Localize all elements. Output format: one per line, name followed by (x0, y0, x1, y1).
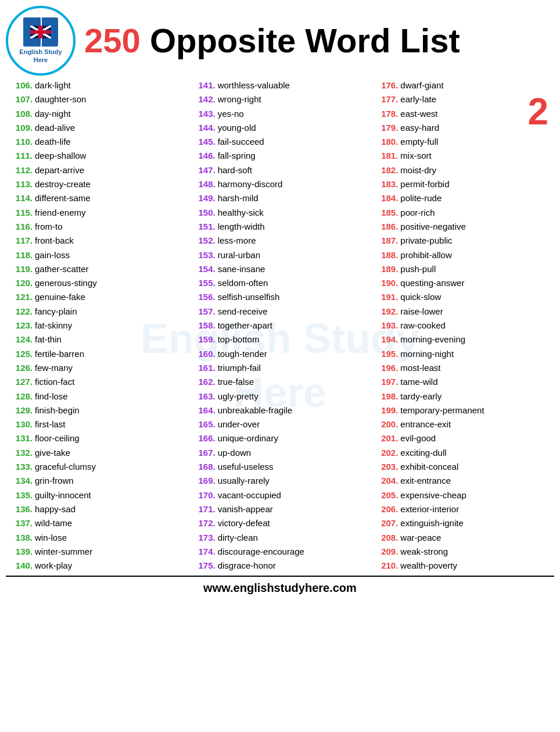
word-pair: gain-loss (35, 248, 70, 262)
word-pair: true-false (218, 375, 254, 389)
list-item: 132.give-take (10, 446, 184, 460)
word-pair: work-play (35, 559, 72, 573)
word-pair: tough-tender (218, 347, 267, 361)
word-pair: discourage-encourage (218, 545, 304, 559)
list-item: 149.harsh-mild (193, 191, 367, 205)
list-item: 120.generous-stingy (10, 276, 184, 290)
list-item: 161.triumph-fail (193, 361, 367, 375)
list-item: 180.empty-full (376, 135, 550, 149)
word-number: 158. (193, 319, 216, 333)
list-item: 178.east-west (376, 107, 550, 121)
word-pair: push-pull (400, 262, 436, 276)
list-item: 208.war-peace (376, 531, 550, 545)
word-pair: war-peace (400, 531, 441, 545)
word-pair: fat-skinny (35, 319, 72, 333)
list-item: 152.less-more (193, 234, 367, 248)
list-item: 137.wild-tame (10, 516, 184, 530)
word-pair: front-back (35, 234, 74, 248)
list-item: 106.dark-light (10, 78, 184, 92)
word-pair: permit-forbid (400, 177, 449, 191)
list-item: 183.permit-forbid (376, 177, 550, 191)
word-number: 152. (193, 234, 216, 248)
list-item: 124.fat-thin (10, 333, 184, 347)
word-pair: exhibit-conceal (400, 460, 458, 474)
word-pair: from-to (35, 220, 63, 234)
word-number: 160. (193, 347, 216, 361)
word-pair: healthy-sick (218, 206, 264, 220)
word-pair: under-over (218, 417, 260, 431)
word-number: 161. (193, 361, 216, 375)
list-item: 190.questing-answer (376, 276, 550, 290)
word-number: 144. (193, 121, 216, 135)
word-pair: wrong-right (218, 92, 261, 106)
word-pair: top-bottom (218, 333, 260, 347)
word-number: 168. (193, 460, 216, 474)
word-pair: triumph-fail (218, 361, 261, 375)
word-pair: evil-good (400, 431, 436, 445)
word-number: 138. (10, 531, 33, 545)
list-item: 164.unbreakable-fragile (193, 404, 367, 417)
list-item: 154.sane-insane (193, 262, 367, 276)
list-item: 198.tardy-early (376, 390, 550, 404)
word-number: 136. (10, 502, 33, 516)
word-pair: wealth-poverty (400, 559, 457, 573)
word-number: 151. (193, 220, 216, 234)
word-pair: usually-rarely (218, 474, 270, 488)
list-item: 146.fall-spring (193, 149, 367, 163)
list-item: 167.up-down (193, 446, 367, 460)
list-item: 150.healthy-sick (193, 206, 367, 220)
list-item: 134.grin-frown (10, 474, 184, 488)
word-pair: different-same (35, 191, 91, 205)
list-item: 189.push-pull (376, 262, 550, 276)
list-item: 107.daughter-son (10, 92, 184, 106)
header: English Study Here 250 Opposite Word Lis… (0, 0, 560, 78)
list-item: 169.usually-rarely (193, 474, 367, 488)
word-pair: early-late (400, 92, 436, 106)
word-number: 187. (376, 234, 398, 248)
word-pair: disgrace-honor (218, 559, 276, 573)
list-item: 111.deep-shallow (10, 149, 184, 163)
list-item: 110.death-life (10, 135, 184, 149)
title-area: 250 Opposite Word List (84, 24, 548, 58)
word-number: 109. (10, 121, 33, 135)
list-item: 135.guilty-innocent (10, 488, 184, 502)
word-number: 170. (193, 488, 216, 502)
word-number: 188. (376, 248, 398, 262)
word-number: 113. (10, 177, 33, 191)
word-pair: exterior-interior (400, 502, 459, 516)
list-item: 140.work-play (10, 559, 184, 573)
list-item: 168.useful-useless (193, 460, 367, 474)
word-pair: quick-slow (400, 290, 441, 304)
list-item: 193.raw-cooked (376, 319, 550, 333)
list-item: 141.worthless-valuable (193, 78, 367, 92)
list-item: 119.gather-scatter (10, 262, 184, 276)
word-pair: vacant-occupied (218, 488, 281, 502)
word-pair: fail-succeed (218, 135, 264, 149)
word-pair: exciting-dull (400, 446, 446, 460)
word-number: 110. (10, 135, 33, 149)
word-number: 122. (10, 305, 33, 319)
word-pair: morning-evening (400, 333, 465, 347)
word-number: 130. (10, 417, 33, 431)
word-pair: death-life (35, 135, 71, 149)
word-pair: fat-thin (35, 333, 62, 347)
list-item: 118.gain-loss (10, 248, 184, 262)
word-number: 118. (10, 248, 33, 262)
word-number: 119. (10, 262, 33, 276)
word-number: 191. (376, 290, 398, 304)
word-pair: empty-full (400, 135, 438, 149)
word-pair: unbreakable-fragile (218, 404, 292, 417)
word-number: 150. (193, 206, 216, 220)
list-item: 162.true-false (193, 375, 367, 389)
list-item: 191.quick-slow (376, 290, 550, 304)
logo: English Study Here (6, 6, 76, 76)
list-item: 192.raise-lower (376, 305, 550, 319)
word-pair: first-last (35, 417, 66, 431)
word-pair: depart-arrive (35, 163, 84, 177)
word-pair: fall-spring (218, 149, 256, 163)
word-number: 108. (10, 107, 33, 121)
word-pair: find-lose (35, 390, 68, 404)
word-number: 209. (376, 545, 398, 559)
list-item: 206.exterior-interior (376, 502, 550, 516)
word-number: 163. (193, 390, 216, 404)
